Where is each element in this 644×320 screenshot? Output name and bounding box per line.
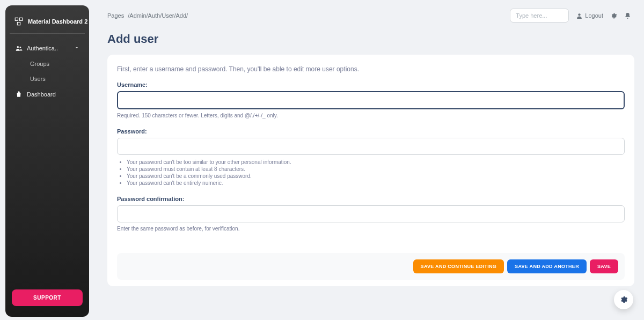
sidebar-nav: Authentica.. Groups Users Dashboard bbox=[10, 40, 85, 287]
save-continue-button[interactable]: SAVE AND CONTINUE EDITING bbox=[413, 259, 504, 273]
sidebar-item-users[interactable]: Users bbox=[25, 71, 85, 86]
username-input[interactable] bbox=[117, 91, 625, 109]
password-rule: Your password can't be entirely numeric. bbox=[127, 180, 625, 186]
svg-rect-2 bbox=[17, 23, 20, 25]
form-instruction: First, enter a username and password. Th… bbox=[117, 65, 625, 73]
svg-point-5 bbox=[578, 13, 580, 16]
svg-rect-1 bbox=[20, 18, 23, 20]
username-label: Username: bbox=[117, 81, 625, 88]
password2-label: Password confirmation: bbox=[117, 196, 625, 202]
shopping-bag-icon bbox=[15, 91, 23, 98]
gear-icon bbox=[619, 295, 628, 304]
save-button[interactable]: SAVE bbox=[590, 259, 618, 273]
password2-help: Enter the same password as before, for v… bbox=[117, 226, 625, 232]
password-input[interactable] bbox=[117, 138, 625, 155]
svg-point-3 bbox=[17, 46, 19, 48]
user-icon bbox=[575, 12, 583, 19]
save-add-another-button[interactable]: SAVE AND ADD ANOTHER bbox=[507, 259, 587, 273]
brand-logo-icon bbox=[14, 16, 24, 27]
password-rule: Your password can't be too similar to yo… bbox=[127, 159, 625, 165]
password-rule: Your password must contain at least 8 ch… bbox=[127, 166, 625, 172]
settings-fab[interactable] bbox=[614, 290, 633, 309]
chevron-down-icon bbox=[74, 45, 79, 51]
sidebar-item-label: Authentica.. bbox=[27, 45, 58, 51]
brand: Material Dashboard 2 bbox=[10, 14, 85, 34]
password-rule: Your password can't be a commonly used p… bbox=[127, 173, 625, 179]
sidebar-item-dashboard[interactable]: Dashboard bbox=[10, 86, 85, 102]
sidebar: Material Dashboard 2 Authentica.. Groups… bbox=[5, 5, 89, 317]
main-content: Pages /Admin/Auth/User/Add/ Logout Add u… bbox=[94, 0, 644, 320]
form-card: First, enter a username and password. Th… bbox=[107, 55, 634, 286]
search-input[interactable] bbox=[510, 9, 569, 23]
svg-rect-0 bbox=[15, 18, 18, 20]
actions-bar: SAVE AND CONTINUE EDITING SAVE AND ADD A… bbox=[117, 253, 625, 280]
brand-title: Material Dashboard 2 bbox=[28, 18, 87, 25]
sidebar-item-label: Dashboard bbox=[27, 91, 56, 98]
page-title: Add user bbox=[107, 32, 634, 46]
breadcrumb: Pages /Admin/Auth/User/Add/ bbox=[107, 12, 188, 19]
logout-label: Logout bbox=[585, 12, 603, 19]
sidebar-item-authentication[interactable]: Authentica.. bbox=[10, 40, 85, 56]
sidebar-subnav-auth: Groups Users bbox=[10, 56, 85, 86]
svg-point-4 bbox=[20, 47, 21, 48]
bell-icon[interactable] bbox=[624, 12, 631, 19]
users-group-icon bbox=[15, 44, 23, 52]
logout-link[interactable]: Logout bbox=[575, 12, 603, 19]
gear-icon[interactable] bbox=[610, 12, 617, 19]
password-label: Password: bbox=[117, 128, 625, 135]
sidebar-item-groups[interactable]: Groups bbox=[25, 56, 85, 71]
support-button[interactable]: SUPPORT bbox=[12, 289, 83, 306]
username-help: Required. 150 characters or fewer. Lette… bbox=[117, 113, 625, 118]
password2-input[interactable] bbox=[117, 205, 625, 222]
breadcrumb-root: Pages bbox=[107, 12, 124, 19]
breadcrumb-path: /Admin/Auth/User/Add/ bbox=[128, 12, 188, 19]
topbar: Pages /Admin/Auth/User/Add/ Logout bbox=[94, 6, 634, 25]
password-rules: Your password can't be too similar to yo… bbox=[127, 159, 625, 186]
